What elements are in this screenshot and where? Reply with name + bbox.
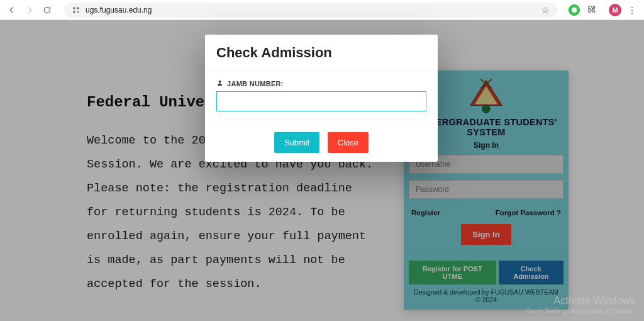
bookmark-star-icon[interactable]: ☆ — [541, 5, 550, 15]
svg-rect-1 — [77, 7, 79, 9]
address-bar-url: ugs.fugusau.edu.ng — [86, 6, 536, 14]
more-menu-button[interactable]: ⋮ — [625, 3, 639, 17]
address-bar[interactable]: ugs.fugusau.edu.ng ☆ — [64, 3, 557, 18]
profile-avatar[interactable]: M — [609, 4, 621, 16]
jamb-number-label: JAMB NUMBER: — [216, 79, 426, 87]
svg-rect-2 — [74, 11, 75, 13]
jamb-number-input[interactable] — [216, 91, 426, 111]
extension-icon[interactable] — [567, 3, 581, 17]
person-icon — [216, 79, 223, 87]
nav-forward-button[interactable] — [23, 3, 36, 17]
browser-toolbar: ugs.fugusau.edu.ng ☆ M ⋮ — [0, 0, 644, 20]
modal-body: JAMB NUMBER: — [205, 70, 438, 123]
modal-title: Check Admission — [216, 45, 426, 61]
check-admission-modal: Check Admission JAMB NUMBER: Submit Clos… — [205, 35, 438, 162]
modal-header: Check Admission — [205, 35, 438, 70]
nav-back-button[interactable] — [5, 3, 19, 17]
nav-reload-button[interactable] — [40, 3, 54, 17]
profile-initial: M — [612, 6, 618, 14]
site-settings-icon[interactable] — [72, 6, 80, 14]
modal-close-button[interactable]: Close — [328, 132, 369, 153]
svg-point-8 — [219, 81, 221, 83]
extensions-puzzle-icon[interactable] — [585, 3, 599, 17]
modal-submit-button[interactable]: Submit — [274, 132, 319, 153]
modal-footer: Submit Close — [205, 123, 438, 162]
jamb-number-label-text: JAMB NUMBER: — [227, 80, 284, 87]
svg-rect-0 — [74, 7, 75, 9]
